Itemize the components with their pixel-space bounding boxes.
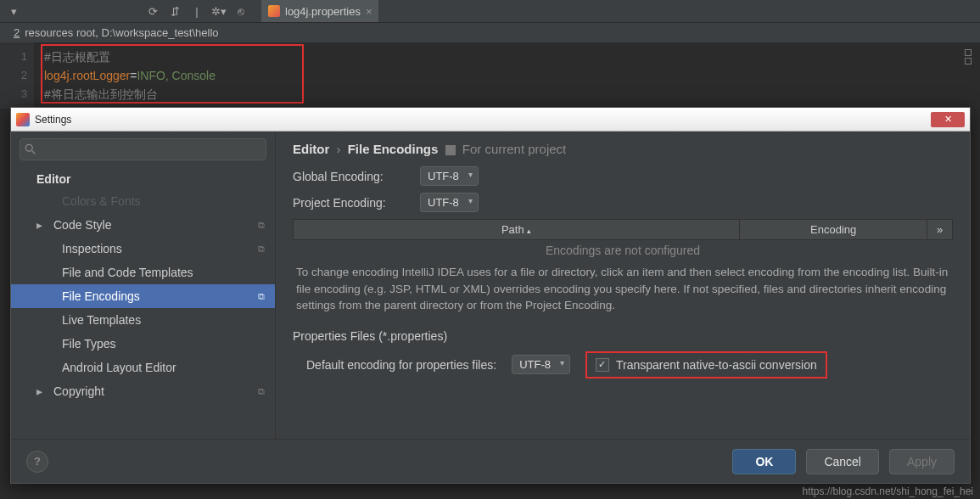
content-breadcrumb: Editor › File Encodings For current proj… bbox=[293, 142, 953, 156]
minimap-mark bbox=[965, 49, 972, 56]
copy-icon: ⧉ bbox=[258, 386, 265, 397]
editor-tab[interactable]: log4j.properties × bbox=[261, 0, 378, 22]
copy-icon: ⧉ bbox=[258, 291, 265, 302]
copy-icon: ⧉ bbox=[258, 244, 265, 255]
app-icon bbox=[16, 113, 30, 126]
tab-close-icon[interactable]: × bbox=[366, 5, 372, 18]
line-number: 3 bbox=[0, 85, 27, 104]
divider-icon: | bbox=[190, 4, 204, 18]
props-encoding-label: Default encoding for properties files: bbox=[306, 358, 496, 372]
chevron-right-icon: ▸ bbox=[36, 384, 42, 398]
sidebar-item-colors-fonts[interactable]: Colors & Fonts bbox=[11, 189, 275, 213]
project-encoding-combo[interactable]: UTF-8 bbox=[420, 193, 479, 212]
gear-icon[interactable]: ✲▾ bbox=[212, 4, 226, 18]
breadcrumb-text: resources root, D:\workspace_test\hello bbox=[25, 26, 218, 39]
code-comment: #日志根配置 bbox=[44, 50, 110, 64]
sidebar-item-file-types[interactable]: File Types bbox=[11, 332, 275, 356]
watermark: https://blog.csdn.net/shi_hong_fei_hei bbox=[803, 485, 973, 497]
svg-line-1 bbox=[32, 151, 36, 154]
sync-icon[interactable]: ⟳ bbox=[146, 4, 160, 18]
cancel-button[interactable]: Cancel bbox=[806, 449, 879, 474]
code-key: log4j.rootLogger bbox=[44, 69, 130, 82]
minimap-mark bbox=[965, 58, 972, 64]
breadcrumb-bar: 2 resources root, D:\workspace_test\hell… bbox=[0, 22, 980, 42]
th-path[interactable]: Path ▴ bbox=[294, 220, 740, 239]
chevron-right-icon: ▸ bbox=[36, 218, 42, 232]
global-encoding-combo[interactable]: UTF-8 bbox=[420, 166, 479, 186]
gutter: 1 2 3 bbox=[0, 42, 34, 109]
sidebar-item-code-style[interactable]: ▸Code Style⧉ bbox=[11, 213, 275, 237]
properties-file-icon bbox=[268, 5, 280, 17]
sidebar-item-file-encodings[interactable]: File Encodings⧉ bbox=[11, 284, 275, 308]
help-text: To change encoding IntelliJ IDEA uses fo… bbox=[293, 259, 953, 322]
sidebar-item-android-layout[interactable]: Android Layout Editor bbox=[11, 356, 275, 379]
code-area[interactable]: #日志根配置 log4j.rootLogger=INFO, Console #将… bbox=[34, 42, 980, 109]
encoding-table-header: Path ▴ Encoding » bbox=[293, 219, 953, 240]
settings-tree: Editor Colors & Fonts ▸Code Style⧉ Inspe… bbox=[11, 167, 275, 439]
sidebar-item-file-code-templates[interactable]: File and Code Templates bbox=[11, 261, 275, 284]
th-more[interactable]: » bbox=[927, 220, 952, 239]
line-number: 1 bbox=[0, 48, 27, 66]
dropdown-icon[interactable]: ▾ bbox=[7, 4, 20, 18]
transparent-ascii-label: Transparent native-to-ascii conversion bbox=[616, 358, 817, 372]
dialog-titlebar[interactable]: Settings ✕ bbox=[11, 108, 970, 132]
transparent-ascii-wrap: ✓ Transparent native-to-ascii conversion bbox=[585, 351, 827, 378]
apply-button[interactable]: Apply bbox=[889, 449, 955, 474]
sidebar-item-live-templates[interactable]: Live Templates bbox=[11, 308, 275, 332]
settings-sidebar: Editor Colors & Fonts ▸Code Style⧉ Inspe… bbox=[11, 132, 276, 439]
sort-asc-icon: ▴ bbox=[527, 227, 531, 235]
global-encoding-label: Global Encoding: bbox=[293, 170, 420, 183]
line-number: 2 bbox=[0, 66, 27, 85]
tree-section-editor[interactable]: Editor bbox=[11, 167, 275, 189]
back-icon[interactable]: ⎋ bbox=[234, 4, 248, 18]
ok-button[interactable]: OK bbox=[732, 449, 796, 474]
transparent-ascii-checkbox[interactable]: ✓ bbox=[596, 358, 609, 372]
properties-section-label: Properties Files (*.properties) bbox=[293, 329, 953, 343]
project-scope-icon bbox=[445, 145, 456, 155]
props-encoding-combo[interactable]: UTF-8 bbox=[512, 355, 570, 374]
editor: 1 2 3 #日志根配置 log4j.rootLogger=INFO, Cons… bbox=[0, 42, 980, 109]
sidebar-item-copyright[interactable]: ▸Copyright⧉ bbox=[11, 379, 275, 403]
th-encoding[interactable]: Encoding bbox=[740, 220, 927, 239]
close-button[interactable]: ✕ bbox=[931, 112, 965, 127]
encodings-not-configured: Encodings are not configured bbox=[293, 244, 953, 257]
sidebar-item-inspections[interactable]: Inspections⧉ bbox=[11, 237, 275, 261]
dialog-title: Settings bbox=[35, 114, 71, 126]
copy-icon: ⧉ bbox=[258, 220, 265, 231]
build-icon[interactable]: ⇵ bbox=[168, 4, 182, 18]
tab-label: log4j.properties bbox=[285, 5, 361, 18]
search-wrap bbox=[11, 132, 275, 167]
breadcrumb-underline: 2 bbox=[14, 26, 20, 39]
code-comment: #将日志输出到控制台 bbox=[44, 87, 158, 101]
help-button[interactable]: ? bbox=[26, 451, 48, 473]
dialog-footer: ? OK Cancel Apply bbox=[11, 439, 970, 483]
settings-content: Editor › File Encodings For current proj… bbox=[276, 132, 970, 439]
search-input[interactable] bbox=[20, 138, 266, 160]
svg-point-0 bbox=[25, 144, 32, 151]
code-val: INFO, Console bbox=[137, 69, 216, 82]
ide-toolbar: ▾ ⟳ ⇵ | ✲▾ ⎋ log4j.properties × bbox=[0, 0, 980, 22]
search-icon bbox=[25, 143, 36, 155]
settings-dialog: Settings ✕ Editor Colors & Fonts ▸Code S… bbox=[10, 107, 971, 484]
project-encoding-label: Project Encoding: bbox=[293, 196, 420, 210]
